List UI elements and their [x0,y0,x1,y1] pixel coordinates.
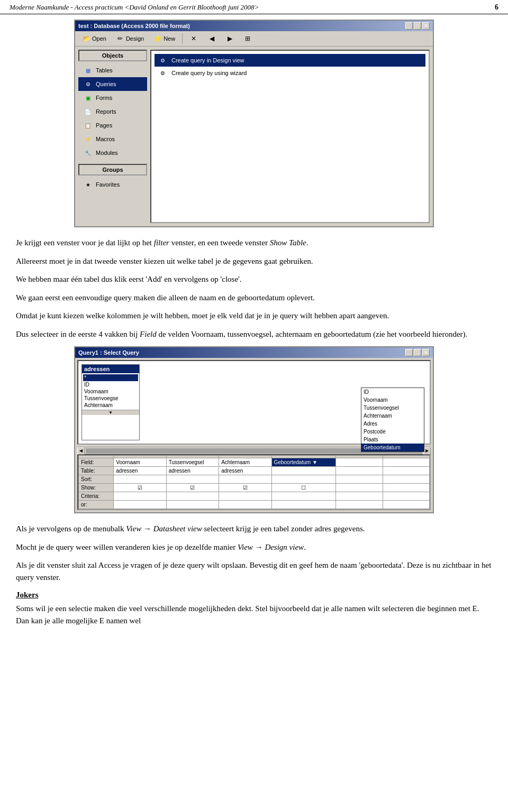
minimize-button[interactable]: _ [405,22,413,30]
grid-field-col2[interactable]: Tussenvoegsel [166,458,219,467]
close-button[interactable]: ✕ [422,22,430,30]
field-item-voornaam[interactable]: Voornaam [83,388,138,395]
grid-table-col1[interactable]: adressen [114,467,166,475]
grid-criteria-col3[interactable] [219,492,271,501]
sidebar-item-pages[interactable]: 📋 Pages [78,118,147,132]
sidebar-item-favorites[interactable]: ★ Favorites [78,178,147,191]
dropdown-voornaam[interactable]: Voornaam [361,396,424,404]
create-query-wizard-item[interactable]: ⚙ Create query by using wizard [155,67,425,79]
grid-field-label: Field: [79,458,114,467]
dropdown-postcode[interactable]: Postcode [361,428,424,436]
modules-icon: 🔧 [83,149,93,157]
objects-label: Objects [78,50,147,61]
field-list-items: * ID Voornaam Tussenvoegse Achternaam [82,373,139,410]
grid-table-col3[interactable]: adressen [219,467,271,475]
grid-show-col2[interactable]: ☑ [166,484,219,492]
field-item-achternaam[interactable]: Achternaam [83,402,138,409]
new-label: New [164,35,175,42]
nav-right-button[interactable]: ▶ [222,33,238,44]
grid-criteria-label: Criteria: [79,492,114,501]
toolbar-sep1 [182,33,183,44]
scroll-left-arrow[interactable]: ◀ [77,447,85,455]
query-titlebar: Query1 : Select Query _ □ ✕ [75,347,433,358]
field-item-star[interactable]: * [83,374,138,381]
grid-field-col4[interactable]: Geboortedatum ▼ [271,458,336,467]
query-maximize-btn[interactable]: □ [414,349,421,356]
grid-criteria-col2[interactable] [166,492,219,501]
grid-table-col6[interactable] [383,467,429,475]
grid-criteria-col4[interactable] [271,492,336,501]
grid-icon: ⊞ [243,34,252,43]
grid-table-col5[interactable] [336,467,383,475]
dropdown-id[interactable]: ID [361,388,424,396]
dropdown-geboortedatum[interactable]: Geboortedatum [361,444,424,451]
create-query-wizard-label: Create query by using wizard [171,70,247,76]
dropdown-achternaam[interactable]: Achternaam [361,412,424,420]
grid-or-col6[interactable] [383,501,429,509]
sidebar-item-forms[interactable]: ▣ Forms [78,91,147,105]
macros-icon: ⚡ [83,135,93,143]
sidebar-item-macros[interactable]: ⚡ Macros [78,132,147,146]
create-query-design-item[interactable]: ⚙ Create query in Design view [155,54,425,67]
grid-sort-col2[interactable] [166,475,219,484]
maximize-button[interactable]: □ [414,22,421,30]
query-minimize-btn[interactable]: _ [405,349,413,356]
field-item-tussenvoegsel[interactable]: Tussenvoegse [83,395,138,402]
sidebar-item-tables[interactable]: ▦ Tables [78,63,147,77]
access-db-window: test : Database (Access 2000 file format… [74,20,434,227]
grid-or-col2[interactable] [166,501,219,509]
grid-criteria-col1[interactable] [114,492,166,501]
grid-or-col1[interactable] [114,501,166,509]
new-button[interactable]: ⭐ New [150,33,179,44]
nav-left-button[interactable]: ◀ [204,33,220,44]
design-button[interactable]: ✏ Design [112,33,148,44]
field-item-id[interactable]: ID [83,381,138,388]
grid-button[interactable]: ⊞ [240,33,256,44]
grid-or-col3[interactable] [219,501,271,509]
grid-field-col3[interactable]: Achternaam [219,458,271,467]
grid-row-field: Field: Voornaam Tussenvoegsel Achternaam… [79,458,430,467]
grid-field-col5[interactable] [336,458,383,467]
sidebar-item-reports-label: Reports [96,108,116,115]
page-header: Moderne Naamkunde - Access practicum <Da… [0,0,508,14]
grid-table-col2[interactable]: adressen [166,467,219,475]
content-wrapper: test : Database (Access 2000 file format… [0,20,508,643]
open-icon: 📂 [82,34,90,43]
grid-table-col4[interactable] [271,467,336,475]
delete-button[interactable]: ✕ [186,33,202,44]
body-para-8: Mocht je de query weer willen veranderen… [16,541,492,553]
body-para-7: Als je vervolgens op de menubalk View → … [16,523,492,535]
open-button[interactable]: 📂 Open [78,33,110,44]
grid-sort-col5[interactable] [336,475,383,484]
sidebar-item-favorites-label: Favorites [96,181,120,188]
grid-show-col3[interactable]: ☑ [219,484,271,492]
grid-field-col6[interactable] [383,458,429,467]
body-para-1: Je krijgt een venster voor je dat lijkt … [16,237,492,249]
grid-show-col4[interactable]: ☐ [271,484,336,492]
grid-show-col6[interactable] [383,484,429,492]
query-close-btn[interactable]: ✕ [422,349,430,356]
dropdown-plaats[interactable]: Plaats [361,436,424,444]
grid-row-table: Table: adressen adressen adressen [79,467,430,475]
reports-icon: 📄 [83,107,93,116]
dropdown-tussenvoegsel[interactable]: Tussenvoegsel [361,404,424,412]
grid-or-col4[interactable] [271,501,336,509]
field-list-scroll[interactable]: ▼ [82,410,139,415]
grid-criteria-col5[interactable] [336,492,383,501]
grid-sort-col1[interactable] [114,475,166,484]
sidebar-item-queries[interactable]: ⚙ Queries [78,77,147,91]
query-grid-table: Field: Voornaam Tussenvoegsel Achternaam… [78,455,430,509]
sidebar-item-reports[interactable]: 📄 Reports [78,105,147,118]
scroll-right-arrow[interactable]: ▶ [423,447,431,455]
dropdown-adres[interactable]: Adres [361,420,424,428]
grid-or-col5[interactable] [336,501,383,509]
nav-right-icon: ▶ [225,34,234,43]
grid-sort-col6[interactable] [383,475,429,484]
grid-criteria-col6[interactable] [383,492,429,501]
grid-sort-col3[interactable] [219,475,271,484]
grid-show-col1[interactable]: ☑ [114,484,166,492]
grid-show-col5[interactable] [336,484,383,492]
sidebar-item-modules[interactable]: 🔧 Modules [78,146,147,160]
grid-field-col1[interactable]: Voornaam [114,458,166,467]
grid-sort-col4[interactable] [271,475,336,484]
